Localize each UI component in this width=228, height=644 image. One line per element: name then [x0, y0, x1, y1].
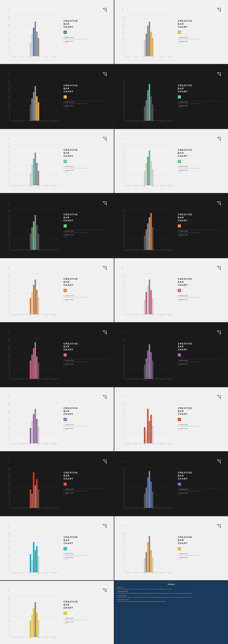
y-label: 60: [120, 282, 124, 284]
simple-text-title-1: SIMPLE TEXT: [65, 360, 74, 361]
y-label: 20: [6, 40, 10, 41]
simple-text-label-1: ◆ SIMPLE TEXT: [64, 37, 108, 38]
logo-area: E: [178, 160, 222, 163]
simple-text-label-1: ◆ SIMPLE TEXT: [64, 424, 108, 425]
corner-decoration: [103, 201, 107, 205]
x-label: 2014: [37, 186, 40, 187]
bar: [147, 478, 148, 508]
bar-group: [144, 402, 153, 443]
svg-marker-7: [217, 202, 220, 205]
bar: [152, 298, 153, 314]
simple-text-label-2: ◆ SIMPLE TEXT: [178, 557, 222, 558]
body-text-2: Lorem Ipsum: [64, 107, 108, 108]
text-block-1: ◆ SIMPLE TEXT Lorem Ipsum is simply dumm…: [64, 553, 108, 556]
chart-area-17: 100806040200 2011201220132014201: [6, 523, 59, 574]
x-label: 2011: [126, 508, 130, 509]
bar-group: [30, 338, 39, 379]
text-block-1: ◆ SIMPLE TEXT Lorem Ipsum is simply dumm…: [64, 295, 108, 298]
bar: [146, 431, 147, 444]
x-label: 2014: [37, 57, 40, 58]
x-label: 2016: [168, 121, 171, 122]
body-text-1: Lorem Ipsum is simply dummy text of the …: [64, 555, 108, 556]
simple-text-label-1: ◆ SIMPLE TEXT: [64, 295, 108, 296]
x-label: 2013: [28, 57, 32, 58]
simple-text-title-2: SIMPLE TEXT: [180, 492, 188, 494]
x-labels: 201120122013201420152016: [124, 573, 173, 574]
x-labels: 201120122013201420152016: [124, 444, 173, 445]
x-label: 2015: [159, 250, 163, 251]
x-label: 2014: [37, 638, 40, 638]
simple-text-label-2: ◆ SIMPLE TEXT: [64, 557, 108, 558]
simple-text-title-1: SIMPLE TEXT: [65, 166, 74, 167]
y-label: 100: [6, 202, 10, 204]
body-text-1: Lorem Ipsum is simply dummy text of the …: [178, 361, 222, 362]
y-label: 20: [6, 556, 10, 557]
y-label: 40: [120, 548, 124, 550]
bar: [152, 104, 153, 121]
simple-text-label-2: ◆ SIMPLE TEXT: [64, 428, 108, 429]
x-label: 2016: [53, 573, 57, 574]
y-label: 80: [6, 598, 10, 598]
bars-container: [10, 467, 59, 508]
text-block-2: ◆ SIMPLE TEXT Lorem Ipsum: [64, 299, 108, 302]
bar: [149, 421, 150, 443]
simple-text-label-1: ◆ SIMPLE TEXT: [64, 166, 108, 167]
x-label: 2015: [45, 315, 48, 316]
logo-area: E: [64, 160, 108, 163]
y-axis: 100806040200: [6, 332, 10, 371]
chart-title: CREATIVEBARCHART: [178, 342, 222, 352]
text-block-1: ◆ SIMPLE TEXT Lorem Ipsum is simply dumm…: [178, 489, 222, 492]
y-axis: 100806040200: [120, 396, 124, 436]
diamond-icon-1: ◆: [178, 230, 179, 232]
x-label: 2015: [45, 57, 48, 58]
y-label: 0: [6, 564, 10, 565]
diamond-icon-1: ◆: [64, 166, 65, 167]
x-label: 2012: [20, 573, 24, 574]
chart-title: CREATIVEBARCHART: [64, 471, 108, 480]
x-label: 2013: [28, 444, 32, 445]
korean-section-title: A. 일반 [General] 항목: [117, 591, 226, 592]
bar-group: [30, 402, 39, 443]
x-label: 2015: [45, 121, 48, 122]
x-label: 2015: [45, 573, 48, 574]
corner-decoration: [103, 460, 107, 464]
simple-text-label-2: ◆ SIMPLE TEXT: [178, 428, 222, 429]
chart-area-10: 100806040200 2011201220132014201: [120, 264, 173, 316]
slide-2: 100806040200 2011201220132014201: [114, 0, 228, 64]
bar: [147, 26, 148, 56]
text-block-2: ◆ SIMPLE TEXT Lorem Ipsum: [178, 428, 222, 430]
x-label: 2013: [143, 57, 146, 58]
x-label: 2013: [143, 573, 146, 574]
simple-text-title-2: SIMPLE TEXT: [180, 170, 188, 171]
logo-area: E: [64, 31, 108, 34]
info-area-3: CREATIVEBARCHART E ◆: [61, 71, 108, 122]
chart-title: CREATIVEBARCHART: [178, 536, 222, 545]
body-text-2: Lorem Ipsum: [178, 430, 222, 430]
y-label: 80: [6, 339, 10, 340]
diamond-icon-1: ◆: [178, 295, 179, 296]
svg-marker-1: [217, 8, 220, 12]
logo-area: E: [178, 95, 222, 98]
y-label: 40: [6, 290, 10, 291]
bar: [36, 479, 38, 508]
diamond-icon-2: ◆: [178, 299, 179, 300]
y-axis: 100806040200: [120, 202, 124, 242]
x-label: 2013: [143, 508, 146, 509]
y-label: 0: [6, 499, 10, 500]
bar-group: [30, 596, 39, 637]
bar: [36, 163, 38, 185]
simple-text-title-2: SIMPLE TEXT: [180, 364, 188, 364]
chart-area-4: 100806040200 2011201220132014201: [120, 71, 173, 122]
diamond-icon-2: ◆: [178, 41, 179, 42]
x-label: 2016: [168, 186, 171, 187]
x-labels: 201120122013201420152016: [10, 121, 59, 122]
divider-line: [178, 101, 222, 101]
bar: [31, 34, 33, 56]
x-label: 2011: [126, 186, 130, 187]
simple-text-label-1: ◆ SIMPLE TEXT: [64, 618, 108, 619]
bar: [30, 428, 31, 443]
y-label: 0: [120, 112, 124, 113]
simple-text-title-2: SIMPLE TEXT: [180, 234, 188, 236]
y-label: 80: [6, 146, 10, 147]
chart-title: CREATIVEBARCHART: [64, 213, 108, 222]
